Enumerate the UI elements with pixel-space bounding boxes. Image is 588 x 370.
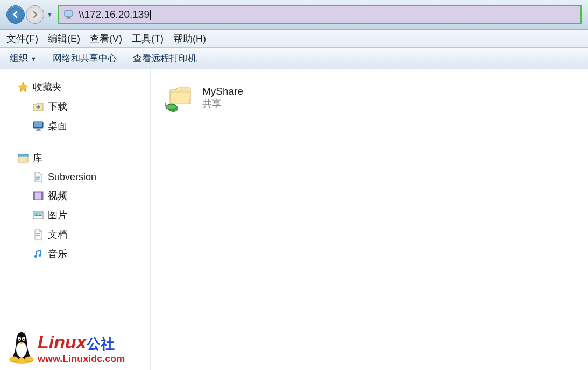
video-icon bbox=[32, 190, 44, 202]
folder-description: 共享 bbox=[202, 97, 243, 110]
menu-help[interactable]: 帮助(H) bbox=[173, 32, 206, 45]
organize-label: 组织 bbox=[10, 52, 28, 65]
sidebar-item-pictures[interactable]: 图片 bbox=[30, 207, 146, 223]
nav-history-dropdown[interactable]: ▼ bbox=[47, 11, 53, 18]
back-button[interactable] bbox=[6, 5, 25, 24]
svg-point-19 bbox=[42, 195, 43, 196]
shared-folder-icon bbox=[162, 81, 196, 115]
menu-view[interactable]: 查看(V) bbox=[90, 32, 122, 45]
toolbar: 组织 ▼ 网络和共享中心 查看远程打印机 bbox=[0, 48, 588, 69]
svg-point-34 bbox=[19, 339, 20, 340]
sidebar-item-music[interactable]: 音乐 bbox=[30, 246, 146, 262]
svg-rect-24 bbox=[36, 233, 40, 234]
forward-button[interactable] bbox=[26, 5, 44, 24]
svg-point-15 bbox=[34, 193, 35, 194]
svg-rect-6 bbox=[37, 129, 40, 130]
svg-point-16 bbox=[34, 195, 35, 196]
pictures-label: 图片 bbox=[48, 209, 67, 222]
sidebar-item-downloads[interactable]: 下载 bbox=[30, 98, 146, 115]
svg-rect-1 bbox=[65, 11, 72, 16]
downloads-icon bbox=[32, 101, 44, 112]
svg-rect-8 bbox=[18, 154, 28, 156]
arrow-right-icon bbox=[31, 10, 39, 19]
svg-rect-3 bbox=[66, 18, 71, 19]
arrow-left-icon bbox=[11, 10, 20, 19]
sidebar-item-libraries[interactable]: 库 bbox=[15, 150, 146, 166]
sidebar-item-subversion[interactable]: Subversion bbox=[30, 169, 146, 184]
watermark: Linux公社 www.Linuxidc.com bbox=[5, 327, 125, 365]
network-center-label: 网络和共享中心 bbox=[53, 52, 117, 65]
tux-penguin-icon bbox=[5, 327, 38, 365]
svg-rect-25 bbox=[36, 235, 40, 236]
videos-label: 视频 bbox=[48, 189, 67, 202]
library-icon bbox=[17, 152, 29, 164]
menu-edit[interactable]: 编辑(E) bbox=[48, 32, 80, 45]
sidebar-item-documents[interactable]: 文档 bbox=[30, 226, 146, 243]
svg-point-17 bbox=[34, 197, 35, 198]
sidebar-item-desktop[interactable]: 桌面 bbox=[30, 118, 146, 134]
svg-rect-10 bbox=[36, 177, 40, 179]
svg-point-29 bbox=[166, 104, 176, 110]
svg-point-31 bbox=[16, 342, 27, 357]
watermark-url: www.Linuxidc.com bbox=[38, 353, 125, 365]
svg-point-37 bbox=[25, 357, 33, 362]
document-icon bbox=[32, 171, 44, 183]
subversion-label: Subversion bbox=[48, 172, 96, 183]
svg-rect-2 bbox=[67, 17, 70, 18]
svg-rect-9 bbox=[36, 176, 40, 177]
navigation-bar: ▼ \\172.16.20.139 bbox=[0, 0, 588, 30]
star-icon bbox=[17, 81, 29, 93]
view-printers-button[interactable]: 查看远程打印机 bbox=[133, 52, 197, 65]
svg-point-36 bbox=[10, 357, 18, 362]
sidebar-item-videos[interactable]: 视频 bbox=[30, 188, 146, 204]
sidebar: 收藏夹 下载 桌面 库 Subversion 视频 bbox=[0, 69, 151, 370]
svg-rect-7 bbox=[36, 130, 41, 131]
music-label: 音乐 bbox=[48, 247, 67, 260]
view-printers-label: 查看远程打印机 bbox=[133, 52, 197, 65]
watermark-text: Linux公社 www.Linuxidc.com bbox=[38, 332, 125, 365]
svg-point-28 bbox=[39, 254, 41, 257]
menu-tools[interactable]: 工具(T) bbox=[132, 32, 164, 45]
organize-button[interactable]: 组织 ▼ bbox=[10, 52, 37, 65]
sidebar-item-favorites[interactable]: 收藏夹 bbox=[15, 79, 146, 95]
svg-rect-5 bbox=[34, 122, 42, 127]
folder-info: MyShare 共享 bbox=[202, 86, 243, 110]
shared-folder-item[interactable]: MyShare 共享 bbox=[162, 81, 243, 115]
svg-point-23 bbox=[40, 213, 41, 215]
documents-label: 文档 bbox=[48, 228, 67, 241]
favorites-label: 收藏夹 bbox=[33, 81, 62, 94]
svg-rect-26 bbox=[36, 237, 39, 237]
libraries-section: 库 Subversion 视频 图片 文档 音乐 bbox=[4, 150, 146, 262]
document-icon bbox=[32, 229, 44, 240]
desktop-label: 桌面 bbox=[48, 119, 67, 132]
menu-file[interactable]: 文件(F) bbox=[6, 32, 38, 45]
favorites-section: 收藏夹 下载 桌面 bbox=[4, 79, 146, 134]
picture-icon bbox=[32, 209, 44, 221]
downloads-label: 下载 bbox=[48, 100, 67, 113]
main-pane: MyShare 共享 bbox=[151, 69, 588, 370]
svg-point-18 bbox=[42, 193, 43, 194]
svg-point-27 bbox=[34, 255, 37, 258]
computer-icon bbox=[63, 10, 74, 19]
libraries-label: 库 bbox=[33, 152, 42, 165]
address-text: \\172.16.20.139 bbox=[79, 9, 150, 20]
content-area: 收藏夹 下载 桌面 库 Subversion 视频 bbox=[0, 69, 588, 370]
menu-bar: 文件(F) 编辑(E) 查看(V) 工具(T) 帮助(H) bbox=[0, 30, 588, 48]
music-icon bbox=[32, 248, 44, 260]
network-center-button[interactable]: 网络和共享中心 bbox=[53, 52, 117, 65]
svg-point-20 bbox=[42, 197, 43, 198]
folder-name: MyShare bbox=[202, 86, 243, 97]
svg-point-35 bbox=[23, 339, 25, 340]
svg-rect-11 bbox=[36, 179, 39, 180]
address-bar[interactable]: \\172.16.20.139 bbox=[58, 5, 582, 24]
chevron-down-icon: ▼ bbox=[31, 55, 37, 62]
desktop-icon bbox=[32, 120, 44, 132]
watermark-title: Linux公社 bbox=[38, 332, 125, 353]
